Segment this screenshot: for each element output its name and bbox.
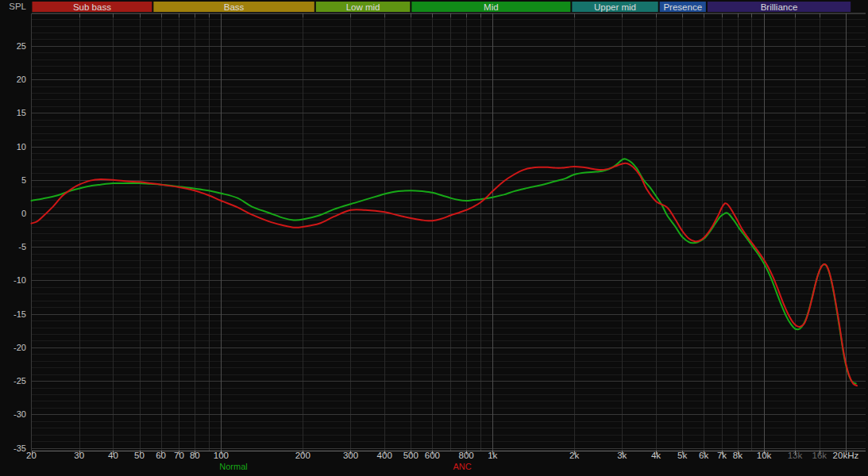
fr-curve-normal[interactable]: [32, 159, 856, 383]
band-label-mid: Mid: [484, 2, 499, 12]
y-tick-label: 20: [17, 75, 26, 84]
gridlines: [32, 13, 866, 451]
frequency-response-chart: Sub bassBassLow midMidUpper midPresenceB…: [0, 0, 868, 476]
x-tick-label: 8k: [733, 451, 743, 460]
band-bar: Sub bassBassLow midMidUpper midPresenceB…: [33, 2, 851, 12]
x-tick-label: 80: [190, 451, 200, 460]
y-tick-label: -30: [14, 409, 26, 419]
y-tick-label: -35: [14, 443, 26, 453]
band-label-upper-mid: Upper mid: [594, 2, 636, 12]
x-tick-label: 200: [295, 451, 311, 460]
x-tick-label: 16k: [812, 451, 827, 460]
x-tick-label: 20kHz: [833, 451, 859, 460]
x-tick-label: 1k: [488, 451, 497, 460]
y-tick-label: -20: [14, 343, 26, 352]
x-tick-label: 6k: [699, 451, 708, 460]
x-tick-label: 40: [108, 451, 118, 460]
x-tick-label: 800: [458, 451, 473, 460]
y-tick-label: 25: [17, 41, 26, 51]
y-tick-label: -15: [14, 309, 26, 319]
y-tick-label: 10: [17, 142, 26, 152]
spl-axis-label: SPL: [0, 2, 26, 11]
x-tick-label: 400: [377, 451, 392, 460]
x-tick-label: 50: [134, 451, 145, 460]
x-tick-label: 30: [74, 451, 84, 460]
band-label-presence: Presence: [663, 2, 702, 12]
y-tick-label: 5: [21, 175, 26, 185]
x-tick-label: 2k: [569, 451, 579, 460]
y-tick-label: 15: [17, 108, 26, 117]
band-label-sub-bass: Sub bass: [73, 2, 111, 12]
x-tick-label: 500: [403, 451, 419, 460]
legend-item-normal[interactable]: Normal: [198, 462, 269, 471]
x-tick-label: 70: [174, 451, 184, 460]
fr-graph-panel: Sub bassBassLow midMidUpper midPresenceB…: [0, 0, 868, 476]
y-axis-labels: 2520151050-5-10-15-20-25-30-35: [14, 41, 26, 453]
x-tick-label: 13k: [788, 451, 803, 460]
legend-item-anc[interactable]: ANC: [426, 462, 498, 471]
band-label-bass: Bass: [224, 2, 245, 12]
x-tick-label: 3k: [617, 451, 627, 460]
x-tick-label: 10k: [757, 451, 772, 460]
y-tick-label: -10: [14, 275, 26, 285]
x-tick-label: 4k: [651, 451, 661, 460]
y-tick-label: -5: [18, 242, 26, 251]
band-label-brilliance: Brilliance: [761, 2, 798, 12]
x-axis-labels: 203040506070801002003004005006008001k2k3…: [26, 451, 858, 460]
x-tick-label: 5k: [677, 451, 687, 460]
y-tick-label: -25: [14, 376, 26, 386]
x-tick-label: 7k: [717, 451, 727, 460]
x-tick-label: 600: [425, 451, 440, 460]
x-tick-label: 60: [156, 451, 166, 460]
y-tick-label: 0: [21, 209, 26, 218]
x-tick-label: 20: [26, 451, 37, 460]
x-tick-label: 300: [343, 451, 358, 460]
x-tick-label: 100: [214, 451, 229, 460]
band-label-low-mid: Low mid: [346, 2, 380, 12]
